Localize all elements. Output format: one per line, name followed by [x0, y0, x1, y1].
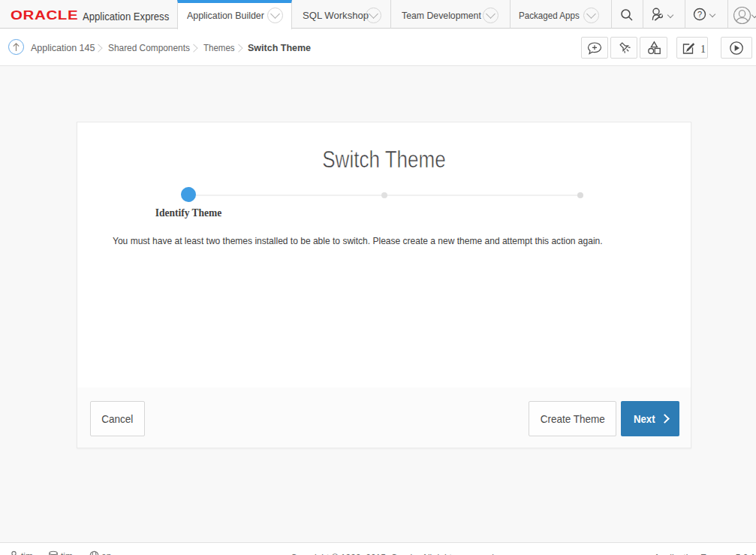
svg-text:?: ? — [697, 10, 702, 19]
